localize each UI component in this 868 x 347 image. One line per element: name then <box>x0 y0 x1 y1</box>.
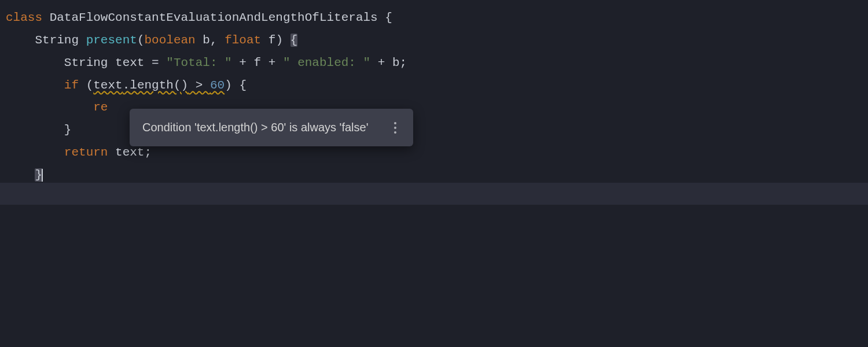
paren-open: ( <box>137 34 145 47</box>
decl-name: text <box>115 56 144 69</box>
plus-op: + <box>232 56 254 69</box>
assign: = <box>144 56 166 69</box>
cond-call: length() <box>130 79 188 92</box>
class-name: DataFlowConstantEvaluationAndLengthOfLit… <box>50 11 378 24</box>
paren-close: ) <box>225 79 232 92</box>
inspection-warning-range[interactable]: text.length() > 60 <box>93 79 225 92</box>
code-editor[interactable]: class DataFlowConstantEvaluationAndLengt… <box>6 7 868 187</box>
code-line[interactable]: String present(boolean b, float f) { <box>6 29 868 52</box>
semicolon: ; <box>144 146 152 159</box>
code-line[interactable]: if (text.length() > 60) { <box>6 75 868 97</box>
decl-type: String <box>64 56 108 69</box>
param-f: f <box>269 34 276 47</box>
plus-op: + <box>370 56 392 69</box>
matching-brace-open: { <box>290 34 298 47</box>
inspection-tooltip[interactable]: Condition 'text.length() > 60' is always… <box>130 109 413 146</box>
brace-open: { <box>239 79 247 92</box>
code-line[interactable]: class DataFlowConstantEvaluationAndLengt… <box>6 7 868 29</box>
brace-open: { <box>385 11 392 24</box>
keyword-class: class <box>6 11 42 24</box>
comma: , <box>210 34 218 47</box>
var-b: b <box>392 56 400 69</box>
brace-close: } <box>64 123 72 136</box>
method-name: present <box>86 34 137 47</box>
partial-return: re <box>93 101 108 114</box>
keyword-if: if <box>64 79 79 92</box>
matching-brace-close: } <box>35 168 43 182</box>
gt-op: > <box>188 79 210 92</box>
code-line[interactable]: } <box>6 164 868 187</box>
paren-close: ) <box>275 34 283 47</box>
param-b: b <box>203 34 210 47</box>
number-literal: 60 <box>210 79 225 92</box>
more-actions-icon[interactable] <box>390 121 400 135</box>
keyword-boolean: boolean <box>144 34 195 47</box>
plus-op: + <box>261 56 283 69</box>
var-f: f <box>254 56 262 69</box>
keyword-float: float <box>225 34 261 47</box>
paren-open: ( <box>86 79 94 92</box>
dot: . <box>123 79 130 92</box>
string-literal-1: "Total: " <box>166 56 231 69</box>
code-line[interactable]: String text = "Total: " + f + " enabled:… <box>6 52 868 75</box>
semicolon: ; <box>400 56 407 69</box>
return-type: String <box>35 34 79 47</box>
string-literal-2: " enabled: " <box>283 56 370 69</box>
keyword-return: return <box>64 146 108 159</box>
return-var: text <box>115 146 144 159</box>
tooltip-message: Condition 'text.length() > 60' is always… <box>142 117 368 138</box>
cond-var: text <box>93 79 122 92</box>
